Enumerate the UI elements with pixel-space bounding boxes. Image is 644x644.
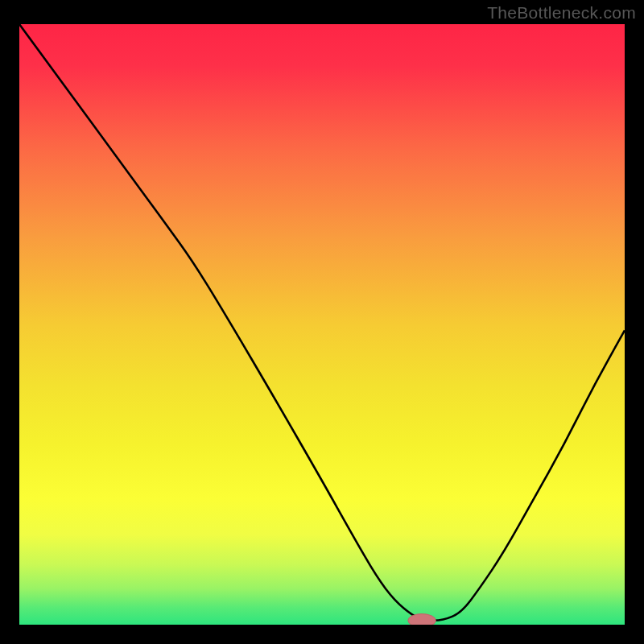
- plot-svg: [19, 24, 625, 625]
- plot-area: [19, 24, 625, 625]
- optimal-point-marker: [408, 614, 436, 625]
- watermark-text: TheBottleneck.com: [487, 3, 636, 23]
- chart-container: TheBottleneck.com: [0, 0, 644, 644]
- gradient-background: [19, 24, 625, 625]
